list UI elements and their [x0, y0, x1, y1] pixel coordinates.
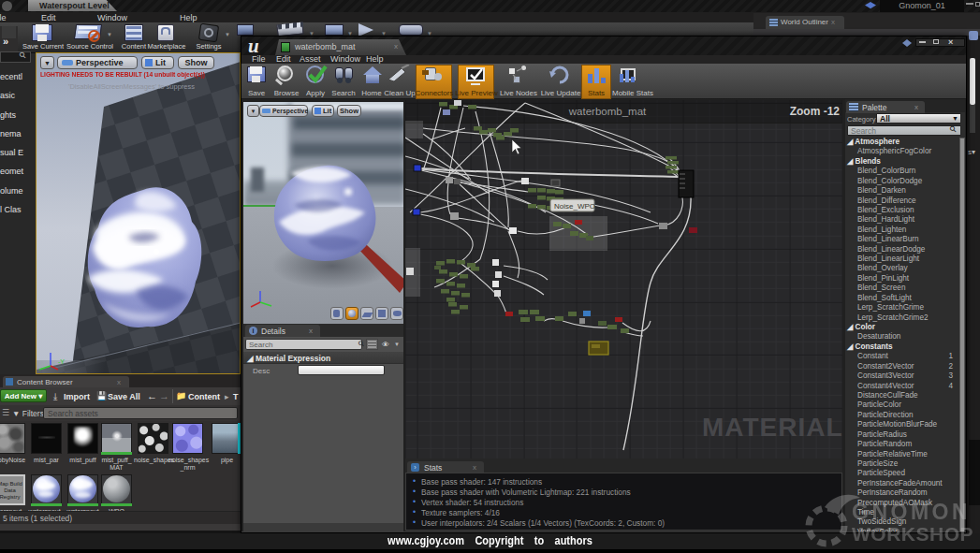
svg-text:WORKSHOP: WORKSHOP	[852, 523, 973, 545]
svg-text:GNOMON: GNOMON	[852, 500, 971, 524]
svg-text:-Y: -Y	[58, 358, 65, 365]
svg-text:Noise_WPO: Noise_WPO	[554, 202, 595, 211]
